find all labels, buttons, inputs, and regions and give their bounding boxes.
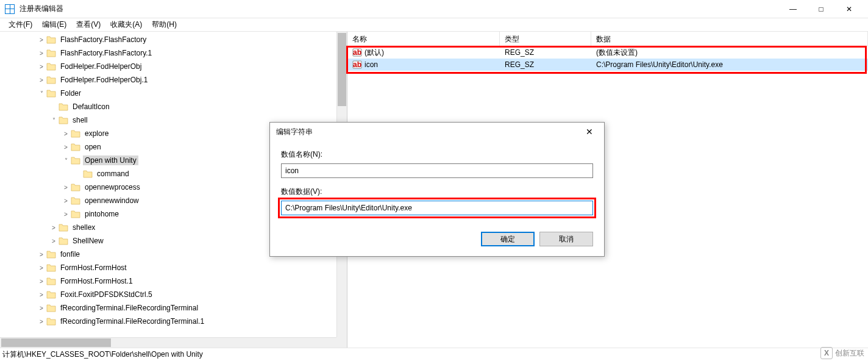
values-header: 名称 类型 数据 — [347, 32, 868, 46]
tree-item-label: ShellNew — [71, 236, 105, 246]
tree-item-label: opennewwindow — [83, 196, 141, 206]
watermark: X 创新互联 — [820, 347, 864, 359]
collapse-icon[interactable]: ˅ — [61, 157, 71, 164]
ok-button[interactable]: 确定 — [481, 232, 535, 246]
status-bar: 计算机\HKEY_CLASSES_ROOT\Folder\shell\Open … — [0, 348, 868, 361]
expand-icon[interactable]: > — [37, 77, 46, 84]
tree-item-label: FodHelper.FodHelperObj.1 — [59, 75, 149, 85]
folder-icon — [71, 156, 80, 165]
expand-icon[interactable]: > — [61, 198, 71, 204]
tree-item[interactable]: >FormHost.FormHost — [0, 261, 347, 274]
tree-item-label: FlashFactory.FlashFactory — [59, 35, 148, 45]
column-header-data[interactable]: 数据 — [591, 32, 868, 46]
tree-item-label: Open with Unity — [83, 155, 138, 165]
maximize-button[interactable]: □ — [807, 0, 835, 18]
expand-icon[interactable]: > — [49, 224, 59, 231]
tree-item-label: FodHelper.FodHelperObj — [59, 62, 143, 71]
expand-icon[interactable]: > — [37, 63, 46, 70]
tree-item[interactable]: >FodHelper.FodHelperObj — [0, 60, 347, 73]
dialog-title-text: 编辑字符串 — [276, 127, 313, 137]
menu-edit[interactable]: 编辑(E) — [38, 18, 70, 31]
svg-text:ab: ab — [353, 48, 361, 57]
dialog-buttons: 确定 取消 — [270, 227, 604, 256]
close-button[interactable]: ✕ — [835, 0, 863, 18]
expand-icon[interactable]: > — [61, 144, 71, 151]
folder-icon — [46, 250, 56, 259]
expand-icon[interactable]: > — [61, 130, 71, 137]
column-header-type[interactable]: 类型 — [500, 32, 591, 46]
expand-icon[interactable]: > — [37, 305, 46, 312]
tree-item-label: fRecordingTerminal.FileRecordingTerminal… — [59, 316, 206, 326]
collapse-icon[interactable]: ˅ — [49, 117, 59, 124]
tree-item-label: Folder — [59, 88, 83, 98]
value-data-label: 数值数据(V): — [281, 187, 593, 197]
value-data-input[interactable] — [281, 201, 593, 215]
folder-icon — [71, 129, 80, 138]
status-path: 计算机\HKEY_CLASSES_ROOT\Folder\shell\Open … — [2, 349, 203, 360]
menu-view[interactable]: 查看(V) — [73, 18, 104, 31]
cancel-button[interactable]: 取消 — [539, 232, 593, 246]
dialog-title-bar[interactable]: 编辑字符串 ✕ — [270, 123, 604, 141]
tree-item-label: opennewprocess — [83, 182, 142, 192]
folder-icon — [46, 317, 56, 326]
window-controls: ― □ ✕ — [779, 0, 863, 18]
value-name-cell: ab(默认) — [347, 48, 500, 58]
expand-icon[interactable]: > — [37, 37, 46, 43]
tree-item-label: command — [95, 169, 131, 179]
expand-icon[interactable]: > — [37, 251, 46, 258]
value-row[interactable]: abiconREG_SZC:\Program Files\Unity\Edito… — [347, 59, 868, 71]
expand-icon[interactable]: > — [61, 211, 71, 218]
tree-item[interactable]: ˅Folder — [0, 87, 347, 100]
value-name-text: icon — [365, 60, 378, 69]
window-title: 注册表编辑器 — [20, 4, 63, 14]
dialog-close-button[interactable]: ✕ — [581, 127, 598, 137]
folder-icon — [46, 290, 56, 299]
folder-icon — [46, 89, 56, 98]
folder-icon — [59, 223, 68, 232]
scrollbar-thumb[interactable] — [1, 338, 111, 347]
tree-item[interactable]: >Foxit.FoxitPDFSDKStdCtrl.5 — [0, 288, 347, 301]
folder-icon — [59, 237, 68, 245]
value-name-input[interactable] — [281, 163, 593, 178]
value-name-cell: abicon — [347, 60, 500, 70]
tree-item[interactable]: >fRecordingTerminal.FileRecordingTermina… — [0, 315, 347, 328]
edit-string-dialog: 编辑字符串 ✕ 数值名称(N): 数值数据(V): 确定 取消 — [269, 122, 605, 257]
menu-help[interactable]: 帮助(H) — [148, 18, 180, 31]
menu-favorites[interactable]: 收藏夹(A) — [107, 18, 146, 31]
tree-item-label: FormHost.FormHost — [59, 263, 129, 273]
folder-icon — [59, 102, 68, 111]
value-type-cell: REG_SZ — [500, 60, 591, 69]
expand-icon[interactable]: > — [37, 50, 46, 57]
watermark-logo-icon: X — [820, 347, 833, 359]
tree-item[interactable]: >FlashFactory.FlashFactory.1 — [0, 46, 347, 60]
expand-icon[interactable]: > — [49, 238, 59, 245]
column-header-name[interactable]: 名称 — [347, 32, 500, 46]
folder-icon — [46, 76, 56, 84]
expand-icon[interactable]: > — [61, 184, 71, 191]
value-row[interactable]: ab(默认)REG_SZ(数值未设置) — [347, 46, 868, 59]
tree-item[interactable]: >fRecordingTerminal.FileRecordingTermina… — [0, 301, 347, 315]
tree-item[interactable]: >FlashFactory.FlashFactory — [0, 33, 347, 46]
tree-item[interactable]: >FormHost.FormHost.1 — [0, 274, 347, 288]
tree-horizontal-scrollbar[interactable] — [0, 337, 336, 348]
expand-icon[interactable]: > — [37, 278, 46, 285]
tree-item-label: open — [83, 142, 103, 152]
tree-item[interactable]: >FodHelper.FodHelperObj.1 — [0, 73, 347, 87]
title-bar: 注册表编辑器 ― □ ✕ — [0, 0, 868, 18]
folder-icon — [46, 62, 56, 71]
expand-icon[interactable]: > — [37, 318, 46, 325]
scrollbar-corner — [336, 337, 347, 348]
expand-icon[interactable]: > — [37, 265, 46, 271]
value-data-cell: C:\Program Files\Unity\Editor\Unity.exe — [591, 60, 868, 69]
minimize-button[interactable]: ― — [779, 0, 807, 18]
tree-item-label: explore — [83, 129, 110, 138]
tree-item[interactable]: DefaultIcon — [0, 100, 347, 113]
folder-icon — [71, 143, 80, 151]
scrollbar-thumb[interactable] — [338, 33, 346, 106]
menu-file[interactable]: 文件(F) — [5, 18, 36, 31]
collapse-icon[interactable]: ˅ — [37, 90, 46, 97]
value-type-cell: REG_SZ — [500, 48, 591, 57]
expand-icon[interactable]: > — [37, 291, 46, 298]
annotation-highlight-input — [278, 198, 596, 218]
string-value-icon: ab — [352, 48, 362, 57]
